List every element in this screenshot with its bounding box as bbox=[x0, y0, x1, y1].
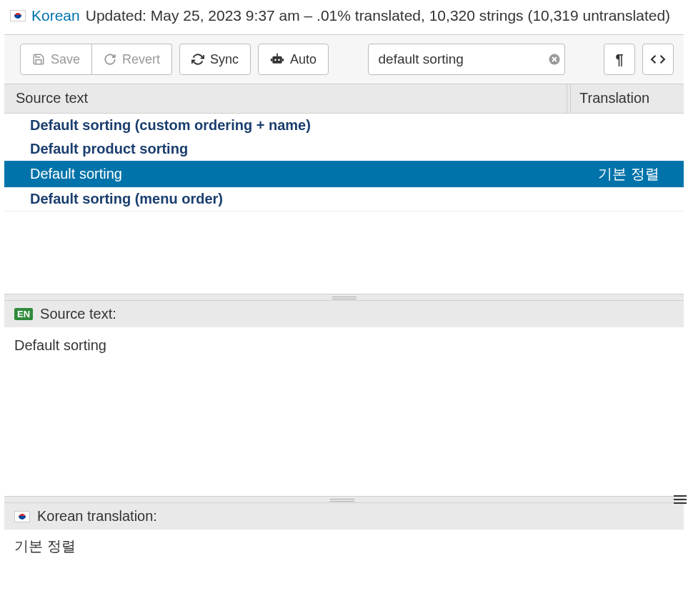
toolbar: Save Revert Sync Auto ¶ bbox=[4, 34, 684, 84]
source-pane-header: EN Source text: bbox=[4, 301, 684, 327]
header-meta: Updated: May 25, 2023 9:37 am – .01% tra… bbox=[86, 7, 670, 24]
translation-pane-body bbox=[4, 530, 684, 563]
row-source: Default sorting (custom ordering + name) bbox=[30, 117, 572, 134]
svg-rect-3 bbox=[276, 54, 278, 56]
row-source: Default sorting (menu order) bbox=[30, 191, 572, 207]
code-icon bbox=[650, 54, 666, 65]
svg-rect-5 bbox=[282, 59, 284, 61]
row-source: Default sorting bbox=[30, 166, 572, 182]
search-input[interactable] bbox=[379, 51, 548, 67]
en-badge: EN bbox=[14, 308, 33, 320]
table-row[interactable]: Default sorting 기본 정렬 bbox=[4, 161, 684, 187]
horizontal-splitter[interactable] bbox=[4, 294, 684, 301]
row-source: Default product sorting bbox=[30, 141, 572, 157]
pilcrow-icon: ¶ bbox=[615, 51, 623, 68]
sync-button[interactable]: Sync bbox=[179, 44, 251, 75]
robot-icon bbox=[270, 53, 284, 66]
translation-pane-label: Korean translation: bbox=[37, 508, 157, 525]
svg-point-1 bbox=[274, 59, 276, 61]
source-text-value: Default sorting bbox=[14, 337, 106, 353]
sync-icon bbox=[191, 53, 204, 66]
hamburger-icon[interactable] bbox=[674, 494, 687, 505]
svg-point-2 bbox=[278, 59, 280, 61]
revert-label: Revert bbox=[122, 52, 160, 67]
auto-button[interactable]: Auto bbox=[258, 44, 329, 75]
row-translation: 기본 정렬 bbox=[572, 164, 672, 184]
auto-label: Auto bbox=[290, 52, 316, 67]
source-pane-label: Source text: bbox=[40, 306, 116, 322]
column-source-header[interactable]: Source text bbox=[16, 90, 558, 107]
horizontal-splitter-2[interactable] bbox=[4, 496, 684, 503]
revert-icon bbox=[104, 53, 116, 66]
pilcrow-button[interactable]: ¶ bbox=[604, 44, 635, 75]
clear-search-icon[interactable] bbox=[548, 53, 561, 66]
table-row[interactable]: Default product sorting bbox=[4, 137, 684, 161]
column-translation-header[interactable]: Translation bbox=[579, 90, 672, 107]
search-box[interactable] bbox=[368, 44, 565, 75]
column-divider[interactable] bbox=[567, 84, 571, 113]
korean-flag-icon bbox=[14, 511, 30, 522]
table-row[interactable]: Default sorting (custom ordering + name) bbox=[4, 114, 684, 137]
columns-header: Source text Translation bbox=[4, 84, 684, 114]
language-name[interactable]: Korean bbox=[31, 7, 80, 24]
svg-rect-0 bbox=[272, 56, 281, 64]
right-tool-group: ¶ bbox=[604, 44, 674, 75]
strings-table: Default sorting (custom ordering + name)… bbox=[4, 114, 684, 211]
code-view-button[interactable] bbox=[642, 44, 674, 75]
translation-input[interactable] bbox=[14, 538, 674, 555]
svg-rect-4 bbox=[271, 59, 273, 61]
korean-flag-icon bbox=[10, 10, 26, 21]
revert-button[interactable]: Revert bbox=[92, 44, 172, 75]
save-icon bbox=[32, 53, 45, 66]
sync-label: Sync bbox=[210, 52, 239, 67]
source-pane-body: Default sorting bbox=[4, 327, 684, 496]
save-revert-group: Save Revert bbox=[20, 44, 172, 75]
save-label: Save bbox=[51, 52, 80, 67]
translation-pane-header: Korean translation: bbox=[4, 503, 684, 530]
table-blank-area bbox=[4, 211, 684, 294]
header: Korean Updated: May 25, 2023 9:37 am – .… bbox=[0, 0, 688, 34]
table-row[interactable]: Default sorting (menu order) bbox=[4, 187, 684, 211]
save-button[interactable]: Save bbox=[20, 44, 92, 75]
